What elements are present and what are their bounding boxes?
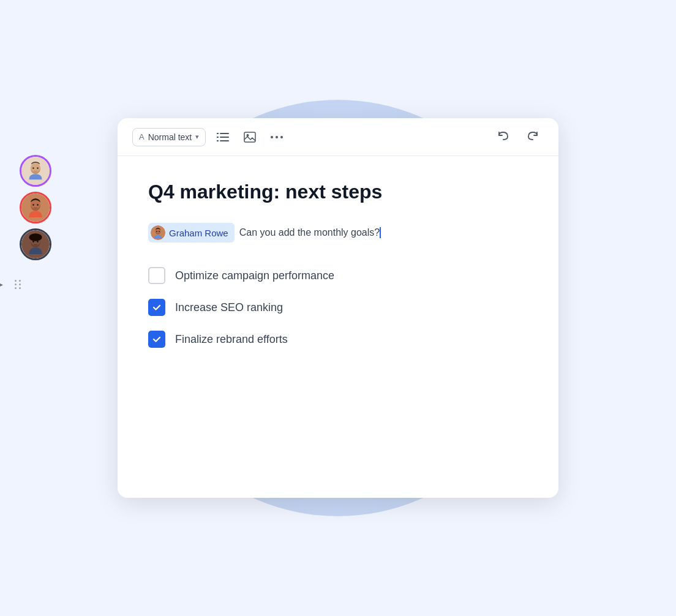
checkbox-2[interactable] [148,299,165,316]
drag-handle[interactable] [12,277,24,291]
svg-point-31 [159,231,160,232]
drag-dot [19,280,21,282]
svg-rect-20 [217,140,219,141]
more-options-button[interactable] [267,132,287,142]
checklist-item-1: Optimize campaign performance [148,260,528,291]
drag-dot [15,287,17,289]
floating-avatars [20,155,51,265]
image-button[interactable] [240,128,260,146]
svg-point-24 [271,136,273,138]
drag-dot [15,280,17,282]
checklist-item-3: Finalize rebrand efforts [148,323,528,355]
svg-rect-18 [217,137,219,138]
list-button[interactable] [213,129,233,146]
svg-point-26 [280,136,283,138]
document-card: A Normal text ▾ [118,118,558,498]
svg-point-7 [31,200,40,209]
svg-point-25 [276,136,278,138]
svg-point-30 [156,231,157,232]
drag-dot [15,284,17,285]
mention-row: Graham Rowe Can you add the monthly goal… [148,223,528,242]
page-wrapper: ▸ A Normal text ▾ [62,45,614,571]
svg-rect-19 [220,137,229,138]
mention-chip: Graham Rowe [148,223,235,242]
text-format-icon: A [139,132,145,141]
svg-point-2 [31,163,40,172]
avatar-1 [20,155,51,187]
mention-user-name: Graham Rowe [169,228,228,238]
svg-rect-22 [244,132,255,142]
svg-point-13 [29,233,42,241]
mention-comment-text: Can you add the monthly goals? [239,227,380,238]
checkmark-icon [152,302,162,312]
avatar-3 [20,228,51,260]
checklist-label-2: Increase SEO ranking [175,301,283,314]
avatar-2 [20,192,51,223]
svg-rect-17 [220,133,229,134]
collapse-button[interactable]: ▸ [0,279,7,291]
redo-button[interactable] [522,127,544,147]
row-controls: ▸ [0,277,24,291]
svg-rect-21 [220,140,229,141]
chevron-down-icon: ▾ [195,133,199,141]
drag-dot [19,287,21,289]
checkbox-3[interactable] [148,331,165,348]
checkmark-icon [152,334,162,344]
document-title: Q4 marketing: next steps [148,181,528,203]
checkbox-1[interactable] [148,267,165,284]
svg-point-9 [37,204,39,206]
undo-button[interactable] [492,127,514,147]
checklist-item-2: Increase SEO ranking [148,291,528,323]
svg-rect-16 [217,133,219,134]
drag-dot [19,284,21,285]
svg-point-3 [32,167,34,169]
toolbar: A Normal text ▾ [118,118,558,156]
svg-point-8 [32,204,34,206]
document-content: Q4 marketing: next steps [118,156,558,386]
svg-point-15 [37,241,39,242]
text-cursor [380,227,381,238]
checklist: Optimize campaign performance Increase S… [148,260,528,355]
svg-point-4 [37,167,39,169]
checklist-label-1: Optimize campaign performance [175,269,334,282]
svg-point-14 [32,241,34,242]
svg-point-23 [247,134,249,137]
text-style-selector[interactable]: A Normal text ▾ [132,128,206,146]
mention-avatar [151,225,165,240]
text-style-label: Normal text [148,132,192,142]
checklist-label-3: Finalize rebrand efforts [175,333,288,346]
